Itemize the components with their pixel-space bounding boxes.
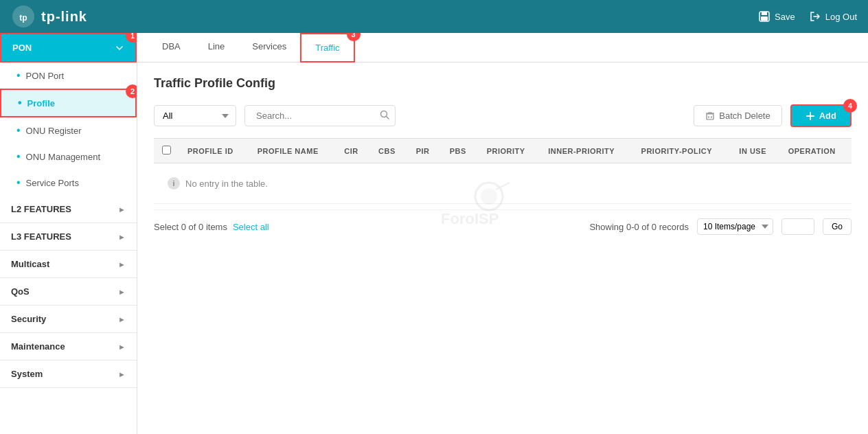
toolbar-right: Batch Delete Add 4 (694, 104, 852, 127)
sidebar-item-onu-management-label: ONU Management (26, 152, 100, 162)
sidebar-item-pon-port-label: PON Port (26, 71, 65, 81)
logo: tp tp-link (11, 4, 87, 29)
tab-line[interactable]: Line (194, 33, 239, 62)
sidebar-group-security: Security ► (0, 306, 137, 333)
tab-line-label: Line (208, 41, 225, 52)
table-header-row: PROFILE ID PROFILE NAME CIR CBS PIR PBS … (154, 139, 852, 163)
th-operation: OPERATION (780, 139, 852, 163)
tab-services[interactable]: Services (238, 33, 300, 62)
tp-link-logo: tp (11, 4, 36, 29)
svg-line-6 (387, 117, 389, 119)
sidebar-group-l3: L3 FEATURES ► (0, 223, 137, 251)
th-profile-name: PROFILE NAME (249, 139, 336, 163)
th-pbs: PBS (442, 139, 479, 163)
empty-message-container: i No entry in the table. (168, 177, 838, 190)
toolbar-left: All (154, 105, 396, 126)
sidebar-group-pon-label: PON (12, 43, 32, 53)
badge-2: 2 (126, 84, 137, 98)
info-icon: i (168, 177, 180, 190)
trash-icon (705, 111, 715, 121)
chevron-down-icon (115, 43, 124, 53)
save-button[interactable]: Save (758, 10, 795, 23)
chevron-right-icon: ► (118, 205, 126, 214)
sidebar-group-qos-label: QoS (11, 286, 30, 297)
filter-dropdown[interactable]: All (154, 105, 236, 126)
svg-rect-7 (707, 114, 713, 119)
sidebar-group-pon[interactable]: PON 1 (0, 33, 137, 62)
pagination-right: Showing 0-0 of 0 records 10 Items/page 2… (589, 218, 852, 235)
logout-icon (809, 10, 821, 23)
th-inner-priority: INNER-PRIORITY (540, 139, 632, 163)
sidebar-group-multicast-label: Multicast (11, 259, 49, 269)
search-input[interactable] (251, 106, 377, 126)
sidebar-group-qos: QoS ► (0, 278, 137, 306)
th-in-use: IN USE (731, 139, 779, 163)
search-button[interactable] (377, 107, 392, 124)
select-all-checkbox[interactable] (162, 146, 171, 155)
chevron-right-icon-security: ► (118, 315, 126, 323)
sidebar-group-multicast-header[interactable]: Multicast ► (0, 251, 137, 277)
tab-services-label: Services (252, 41, 286, 52)
badge-3: 3 (347, 33, 361, 41)
logout-label: Log Out (825, 12, 857, 22)
add-label: Add (819, 111, 836, 121)
select-count-label: Select 0 of 0 items (154, 222, 227, 232)
th-cbs: CBS (370, 139, 408, 163)
svg-text:tp: tp (19, 13, 27, 23)
logout-button[interactable]: Log Out (809, 10, 857, 23)
main-layout: PON 1 PON Port Profile 2 ONU Register ON… (0, 33, 868, 434)
select-all-link[interactable]: Select all (233, 222, 269, 232)
sidebar-group-maintenance: Maintenance ► (0, 333, 137, 361)
th-profile-id: PROFILE ID (179, 139, 249, 163)
chevron-right-icon-qos: ► (118, 288, 126, 296)
header-actions: Save Log Out (758, 10, 857, 23)
sidebar-item-profile-label: Profile (27, 98, 55, 108)
th-priority-policy: PRIORITY-POLICY (633, 139, 731, 163)
add-button[interactable]: Add 4 (790, 104, 852, 127)
showing-label: Showing 0-0 of 0 records (589, 222, 689, 232)
sidebar-group-qos-header[interactable]: QoS ► (0, 278, 137, 305)
chevron-right-icon-maintenance: ► (118, 343, 126, 351)
sidebar: PON 1 PON Port Profile 2 ONU Register ON… (0, 33, 137, 434)
table-header: PROFILE ID PROFILE NAME CIR CBS PIR PBS … (154, 139, 852, 163)
sidebar-item-onu-register-label: ONU Register (26, 126, 82, 136)
pagination-left: Select 0 of 0 items Select all (154, 222, 269, 232)
sidebar-item-onu-register[interactable]: ONU Register (0, 117, 137, 144)
items-per-page-select[interactable]: 10 Items/page 20 Items/page 50 Items/pag… (697, 218, 773, 235)
tab-bar: DBA Line Services Traffic 3 (137, 33, 868, 62)
th-cir: CIR (336, 139, 370, 163)
page-number-input[interactable] (781, 218, 814, 235)
sidebar-item-onu-management[interactable]: ONU Management (0, 144, 137, 170)
svg-rect-3 (762, 12, 767, 15)
sidebar-group-l3-header[interactable]: L3 FEATURES ► (0, 223, 137, 250)
sidebar-group-l2-header[interactable]: L2 FEATURES ► (0, 196, 137, 222)
sidebar-item-service-ports[interactable]: Service Ports (0, 170, 137, 196)
sidebar-group-security-header[interactable]: Security ► (0, 306, 137, 332)
app-header: tp tp-link Save Log Out (0, 0, 868, 33)
sidebar-item-profile[interactable]: Profile 2 (0, 89, 137, 117)
badge-1: 1 (126, 33, 137, 43)
sidebar-group-l2: L2 FEATURES ► (0, 196, 137, 223)
content-area: DBA Line Services Traffic 3 Traffic Prof… (137, 33, 868, 434)
chevron-right-icon-system: ► (118, 370, 126, 378)
go-button[interactable]: Go (823, 218, 852, 235)
batch-delete-button[interactable]: Batch Delete (694, 105, 781, 126)
sidebar-group-system: System ► (0, 361, 137, 388)
sidebar-item-service-ports-label: Service Ports (26, 178, 79, 188)
sidebar-group-system-label: System (11, 369, 43, 379)
sidebar-group-maintenance-header[interactable]: Maintenance ► (0, 333, 137, 360)
sidebar-group-system-header[interactable]: System ► (0, 361, 137, 387)
plus-icon (806, 111, 815, 121)
badge-4: 4 (843, 99, 857, 113)
select-all-header (154, 139, 179, 163)
chevron-right-icon-l3: ► (118, 233, 126, 241)
sidebar-item-pon-port[interactable]: PON Port (0, 62, 137, 89)
empty-cell: i No entry in the table. (154, 163, 852, 204)
toolbar: All (154, 104, 852, 127)
search-box (244, 105, 396, 126)
tab-dba[interactable]: DBA (148, 33, 194, 62)
sidebar-group-security-label: Security (11, 314, 46, 324)
tab-traffic-label: Traffic (315, 43, 339, 53)
tab-dba-label: DBA (162, 41, 181, 52)
tab-traffic[interactable]: Traffic 3 (300, 33, 354, 62)
